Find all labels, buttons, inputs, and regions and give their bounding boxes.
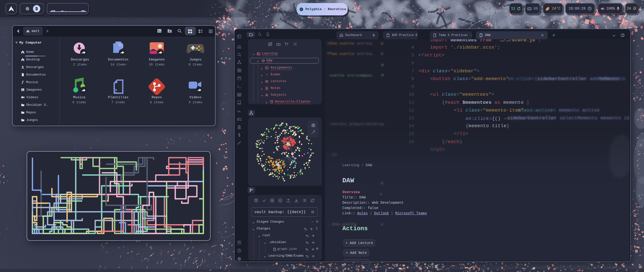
svg-text:<%: <%: [237, 110, 240, 113]
svg-text:!: !: [266, 73, 268, 76]
